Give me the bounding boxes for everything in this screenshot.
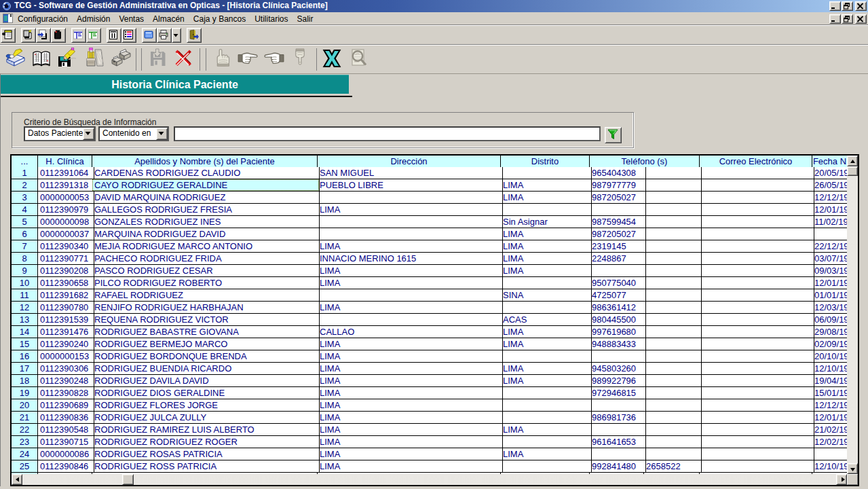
table-cell[interactable] <box>644 265 702 277</box>
table-cell[interactable]: 4 <box>12 204 38 216</box>
table-cell[interactable]: 0112390306 <box>38 363 94 375</box>
table-cell[interactable] <box>700 192 814 204</box>
mdi-child-icon[interactable] <box>3 14 14 24</box>
table-cell[interactable]: 21/02/19 <box>812 424 847 436</box>
table-cell[interactable]: 987205027 <box>590 192 646 204</box>
table-cell[interactable]: RODRIGUEZ JULCA ZULLY <box>92 412 320 424</box>
table-cell[interactable]: 11/02/19 <box>812 216 847 228</box>
table-cell[interactable] <box>700 399 814 412</box>
table-cell[interactable]: LIMA <box>318 277 503 289</box>
table-row[interactable]: 120112390780RENJIFO RODRIGUEZ HARBHAJANL… <box>12 302 847 314</box>
table-cell[interactable]: 0000000098 <box>38 216 94 228</box>
vertical-scroll-thumb[interactable] <box>847 166 858 176</box>
table-cell[interactable] <box>700 326 814 338</box>
table-cell[interactable]: 0112390248 <box>38 375 94 387</box>
browse-book-button[interactable] <box>29 48 54 72</box>
table-cell[interactable]: LIMA <box>318 338 503 350</box>
table-cell[interactable]: 9 <box>12 265 38 277</box>
menu-item-admisi-n[interactable]: Admisión <box>73 13 114 25</box>
table-cell[interactable] <box>644 326 702 338</box>
mdi-minimize-button[interactable] <box>829 14 841 24</box>
table-cell[interactable] <box>644 375 702 387</box>
table-cell[interactable] <box>501 167 592 179</box>
table-cell[interactable]: LIMA <box>501 326 592 338</box>
table-cell[interactable] <box>644 387 702 399</box>
table-cell[interactable] <box>700 387 814 399</box>
table-cell[interactable]: 21 <box>12 412 38 424</box>
table-cell[interactable]: 6 <box>12 228 38 240</box>
table-cell[interactable]: REQUENA RODRIGUEZ VICTOR <box>92 314 320 326</box>
table-row[interactable]: 240000000086RODRIGUEZ ROSAS PATRICIALIMA… <box>12 448 847 460</box>
menu-item-salir[interactable]: Salir <box>293 13 318 25</box>
table-cell[interactable]: 24 <box>12 448 38 460</box>
table-cell[interactable]: 20/10/19 <box>812 350 847 363</box>
table-cell[interactable] <box>700 424 814 436</box>
table-cell[interactable] <box>700 277 814 289</box>
table-cell[interactable] <box>318 216 503 228</box>
menu-item-configuraci-n[interactable]: Configuración <box>14 13 72 25</box>
table-cell[interactable] <box>501 412 592 424</box>
table-row[interactable]: 20112391318CAYO RODRIGUEZ GERALDINEPUEBL… <box>12 179 847 192</box>
table-cell[interactable] <box>812 228 847 240</box>
table-cell[interactable]: 0112390340 <box>38 240 94 253</box>
hand-up-button[interactable] <box>211 48 237 72</box>
table-cell[interactable] <box>644 216 702 228</box>
table-cell[interactable] <box>700 436 814 448</box>
table-cell[interactable]: LIMA <box>501 253 592 265</box>
table-cell[interactable]: LIMA <box>318 412 503 424</box>
scroll-up-button[interactable] <box>847 156 858 166</box>
table-row[interactable]: 130112391539REQUENA RODRIGUEZ VICTORACAS… <box>12 314 847 326</box>
table-row[interactable]: 70112390340MEJIA RODRIGUEZ MARCO ANTONIO… <box>12 240 847 253</box>
table-cell[interactable]: 0112390828 <box>38 387 94 399</box>
table-cell[interactable]: LIMA <box>318 350 503 363</box>
table-cell[interactable]: 12/10/19 <box>812 363 847 375</box>
table-cell[interactable]: 22/12/19 <box>812 240 847 253</box>
table-cell[interactable]: 02/09/19 <box>812 338 847 350</box>
table-cell[interactable]: PACHECO RODRIGUEZ FRIDA <box>92 253 320 265</box>
table-cell[interactable]: 14 <box>12 326 38 338</box>
table-cell[interactable]: 986361412 <box>590 302 646 314</box>
scroll-down-button[interactable] <box>847 463 858 474</box>
table-cell[interactable]: LIMA <box>318 363 503 375</box>
table-cell[interactable]: 29/08/19 <box>812 326 847 338</box>
minimize-button[interactable] <box>829 1 841 11</box>
table-cell[interactable] <box>590 265 646 277</box>
table-cell[interactable]: 987977779 <box>590 179 646 192</box>
table-cell[interactable]: RODRIGUEZ BABASTRE GIOVANA <box>92 326 320 338</box>
table-cell[interactable]: 19/04/19 <box>812 375 847 387</box>
form-design-blue-button[interactable] <box>71 28 86 43</box>
table-cell[interactable]: 12/12/19 <box>812 399 847 412</box>
table-cell[interactable] <box>501 436 592 448</box>
table-row[interactable]: 90112390208PASCO RODRIGUEZ CESARLIMALIMA… <box>12 265 847 277</box>
table-cell[interactable]: Sin Asignar <box>501 216 592 228</box>
table-cell[interactable] <box>590 424 646 436</box>
table-cell[interactable]: 987599454 <box>590 216 646 228</box>
table-cell[interactable] <box>644 363 702 375</box>
table-cell[interactable]: 2 <box>12 179 38 192</box>
table-cell[interactable]: 0112390836 <box>38 412 94 424</box>
table-cell[interactable]: 15 <box>12 338 38 350</box>
table-cell[interactable] <box>644 302 702 314</box>
table-cell[interactable]: 12 <box>12 302 38 314</box>
table-cell[interactable]: PILCO RODRIGUEZ ROBERTO <box>92 277 320 289</box>
table-cell[interactable]: 0112390240 <box>38 338 94 350</box>
exit-door-button[interactable] <box>187 28 202 43</box>
table-cell[interactable]: 20 <box>12 399 38 412</box>
table-cell[interactable]: 12/12/19 <box>812 192 847 204</box>
table-cell[interactable]: 0112391318 <box>38 179 94 192</box>
table-cell[interactable]: 950775040 <box>590 277 646 289</box>
table-cell[interactable] <box>700 265 814 277</box>
column-header-fecha[interactable]: Fecha N <box>812 156 847 168</box>
table-row[interactable]: 230112390715RODRIGUEZ RODRIGUEZ ROGERLIM… <box>12 436 847 448</box>
table-cell[interactable]: LIMA <box>318 460 503 473</box>
table-cell[interactable]: LIMA <box>318 448 503 460</box>
selected-cell[interactable]: CAYO RODRIGUEZ GERALDINE <box>92 179 320 192</box>
register-write-button[interactable] <box>3 48 29 72</box>
table-cell[interactable]: ACAS <box>501 314 592 326</box>
table-cell[interactable] <box>700 204 814 216</box>
table-cell[interactable]: 0112390689 <box>38 399 94 412</box>
table-cell[interactable]: 0112390979 <box>38 204 94 216</box>
table-cell[interactable]: RODRIGUEZ ROSAS PATRICIA <box>92 448 320 460</box>
table-cell[interactable]: LIMA <box>318 387 503 399</box>
table-cell[interactable]: MARQUINA RODRIGUEZ DAVID <box>92 228 320 240</box>
